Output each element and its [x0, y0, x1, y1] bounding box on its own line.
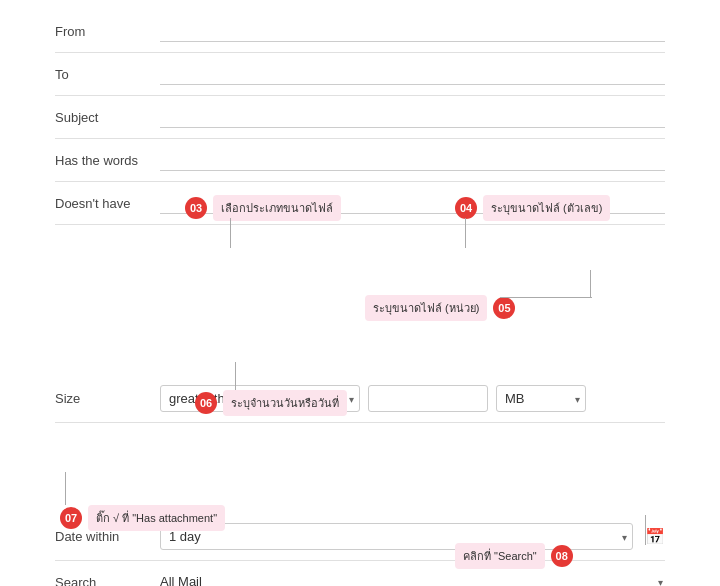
- size-unit-wrapper: MB KB Bytes ▾: [496, 385, 586, 412]
- size-unit-select[interactable]: MB KB Bytes: [496, 385, 586, 412]
- from-row: From: [55, 10, 665, 53]
- from-label: From: [55, 24, 160, 39]
- has-words-input[interactable]: [160, 149, 665, 171]
- date-within-label: Date within: [55, 529, 160, 544]
- from-input[interactable]: [160, 20, 665, 42]
- doesnt-have-row: Doesn't have: [55, 182, 665, 225]
- size-row: Size greater than less than ▾ MB KB Byte…: [55, 375, 665, 423]
- date-select[interactable]: 1 day 3 days 1 week 2 weeks 1 month 2 mo…: [160, 523, 633, 550]
- search-mailbox-select[interactable]: All Mail Inbox Sent Drafts Spam Trash: [160, 571, 665, 586]
- size-number-input[interactable]: [368, 385, 488, 412]
- size-label: Size: [55, 391, 160, 406]
- subject-input[interactable]: [160, 106, 665, 128]
- has-words-row: Has the words: [55, 139, 665, 182]
- date-within-row: Date within 1 day 3 days 1 week 2 weeks …: [55, 513, 665, 561]
- search-field-row: Search All Mail Inbox Sent Drafts Spam T…: [55, 561, 665, 586]
- doesnt-have-label: Doesn't have: [55, 196, 160, 211]
- search-field-label: Search: [55, 575, 160, 587]
- calendar-icon[interactable]: 📅: [645, 527, 665, 546]
- has-words-label: Has the words: [55, 153, 160, 168]
- size-comparison-select[interactable]: greater than less than: [160, 385, 360, 412]
- doesnt-have-input[interactable]: [160, 192, 665, 214]
- subject-label: Subject: [55, 110, 160, 125]
- size-comparison-wrapper: greater than less than ▾: [160, 385, 360, 412]
- date-select-wrapper: 1 day 3 days 1 week 2 weeks 1 month 2 mo…: [160, 523, 633, 550]
- to-row: To: [55, 53, 665, 96]
- search-select-wrapper: All Mail Inbox Sent Drafts Spam Trash ▾: [160, 571, 665, 586]
- subject-row: Subject: [55, 96, 665, 139]
- to-input[interactable]: [160, 63, 665, 85]
- to-label: To: [55, 67, 160, 82]
